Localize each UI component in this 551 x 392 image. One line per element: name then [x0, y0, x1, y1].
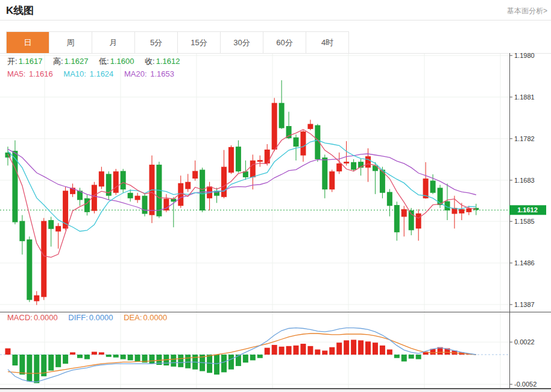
header-divider	[0, 20, 551, 21]
svg-text:1.1612: 1.1612	[517, 206, 538, 213]
svg-text:1.1980: 1.1980	[514, 53, 535, 59]
svg-text:1.1387: 1.1387	[514, 301, 535, 308]
svg-text:1.1683: 1.1683	[514, 177, 535, 184]
svg-text:1.1585: 1.1585	[514, 218, 535, 225]
svg-text:-0.0052: -0.0052	[514, 381, 537, 388]
svg-text:1.1881: 1.1881	[514, 93, 535, 101]
tab-30min[interactable]: 30分	[221, 32, 263, 53]
svg-text:1.1486: 1.1486	[514, 259, 535, 267]
tab-week[interactable]: 周	[49, 32, 92, 53]
period-tabs: 日 周 月 5分 15分 30分 60分 4时	[6, 31, 349, 53]
tab-day[interactable]: 日	[7, 32, 49, 53]
kline-chart[interactable]: 1.19801.18811.17821.16831.15851.14861.13…	[0, 53, 551, 392]
svg-text:0.0022: 0.0022	[514, 338, 535, 346]
svg-text:1.1782: 1.1782	[514, 135, 535, 142]
page-title: K线图	[6, 4, 34, 17]
tab-month[interactable]: 月	[92, 32, 135, 53]
tab-4hour[interactable]: 4时	[306, 32, 348, 53]
tab-15min[interactable]: 15分	[178, 32, 221, 53]
fundamental-analysis-link[interactable]: 基本面分析>	[507, 6, 547, 16]
tab-60min[interactable]: 60分	[263, 32, 306, 53]
tab-5min[interactable]: 5分	[135, 32, 178, 53]
